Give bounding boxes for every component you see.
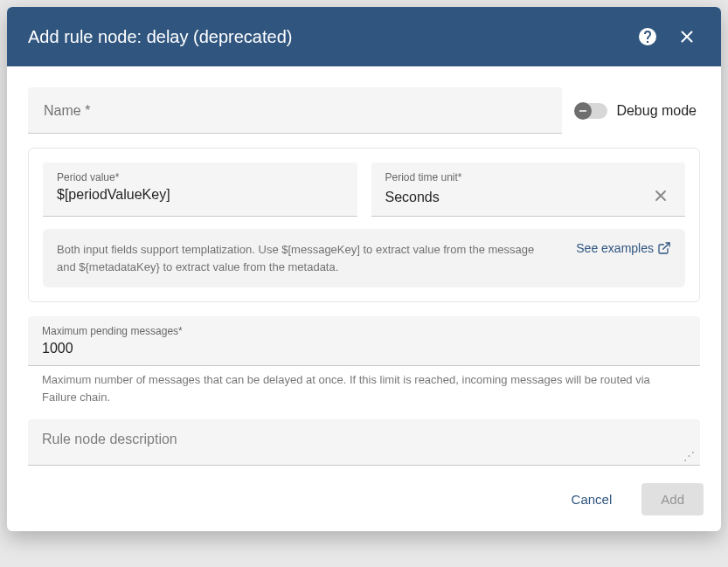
debug-mode-label: Debug mode	[616, 103, 697, 119]
period-value-input[interactable]	[57, 185, 343, 204]
name-field[interactable]: Name *	[28, 87, 562, 134]
see-examples-link[interactable]: See examples	[576, 241, 671, 255]
max-pending-input[interactable]	[42, 339, 686, 358]
close-icon	[652, 187, 669, 204]
close-button[interactable]	[674, 24, 700, 50]
period-card: Period value* Period time unit* Both inp…	[28, 148, 700, 302]
period-unit-label: Period time unit*	[385, 171, 672, 183]
dialog-footer: Cancel Add	[7, 473, 721, 531]
period-unit-field[interactable]: Period time unit*	[371, 162, 686, 217]
templatization-hint: Both input fields support templatization…	[43, 229, 685, 287]
add-rule-node-dialog: Add rule node: delay (deprecated) Name *…	[7, 7, 721, 531]
help-button[interactable]	[634, 23, 662, 51]
max-pending-field[interactable]: Maximum pending messages*	[28, 316, 700, 366]
description-field[interactable]: ⋰	[28, 419, 700, 466]
svg-line-1	[663, 243, 669, 249]
period-value-field[interactable]: Period value*	[43, 162, 357, 217]
name-debug-row: Name * Debug mode	[28, 87, 700, 134]
debug-mode-toggle[interactable]	[576, 103, 607, 119]
minus-icon	[574, 102, 592, 120]
resize-handle-icon: ⋰	[683, 450, 695, 461]
help-icon	[637, 26, 658, 47]
period-unit-clear-button[interactable]	[650, 185, 671, 209]
add-button[interactable]: Add	[641, 483, 704, 515]
period-unit-input[interactable]	[385, 188, 644, 207]
templatization-hint-text: Both input fields support templatization…	[57, 241, 555, 275]
dialog-title: Add rule node: delay (deprecated)	[28, 27, 621, 47]
period-row: Period value* Period time unit*	[43, 162, 685, 217]
max-pending-label: Maximum pending messages*	[42, 325, 686, 337]
see-examples-label: See examples	[576, 241, 654, 255]
period-value-label: Period value*	[57, 171, 343, 183]
description-textarea[interactable]	[42, 432, 686, 449]
name-label: Name *	[42, 96, 548, 126]
close-icon	[677, 27, 697, 46]
dialog-body: Name * Debug mode Period value* Period t…	[7, 66, 721, 473]
dialog-header: Add rule node: delay (deprecated)	[7, 7, 721, 66]
max-pending-help: Maximum number of messages that can be d…	[28, 370, 700, 405]
open-in-new-icon	[657, 241, 671, 255]
debug-mode-wrap: Debug mode	[576, 103, 700, 119]
max-pending-section: Maximum pending messages* Maximum number…	[28, 316, 700, 405]
cancel-button[interactable]: Cancel	[552, 483, 632, 515]
